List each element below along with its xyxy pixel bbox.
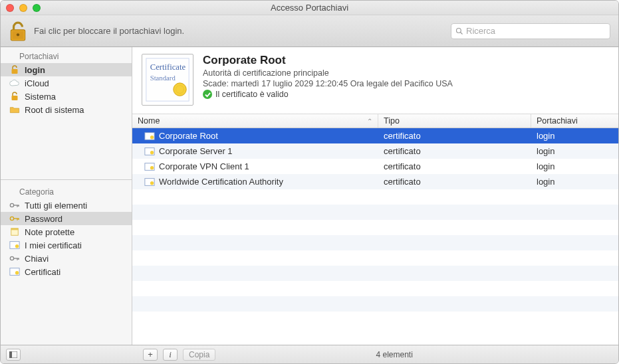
- table-body: Corporate RootcertificatologinCorporate …: [132, 128, 618, 345]
- items-table: Nome ⌃ Tipo Portachiavi Corporate Rootce…: [132, 114, 618, 345]
- window-title: Accesso Portachiavi: [1, 3, 618, 13]
- column-type[interactable]: Tipo: [378, 114, 531, 128]
- svg-point-19: [10, 256, 13, 260]
- keychain-item-login[interactable]: login: [1, 63, 132, 76]
- table-row[interactable]: Corporate Server 1certificatologin: [132, 143, 618, 159]
- cert-icon: [144, 132, 155, 141]
- svg-point-7: [10, 203, 13, 207]
- svg-rect-16: [11, 228, 19, 230]
- cloud-icon: [9, 78, 21, 88]
- svg-point-33: [150, 151, 154, 154]
- table-row-empty: [132, 235, 618, 250]
- certificate-thumbnail: Certificate Standard: [142, 54, 193, 106]
- certificate-detail: Certificate Standard Corporate Root Auto…: [132, 47, 618, 114]
- folder-icon: [9, 104, 21, 115]
- search-icon: [455, 27, 463, 35]
- cert-icon: [144, 177, 155, 187]
- table-row[interactable]: Worldwide Certification Authoritycertifi…: [132, 174, 618, 189]
- cell-keychain: login: [531, 146, 618, 156]
- svg-point-11: [10, 217, 13, 220]
- category-item-certificati[interactable]: Certificati: [1, 265, 132, 278]
- category-item-chiavi[interactable]: Chiavi: [1, 252, 132, 265]
- svg-point-24: [15, 271, 19, 274]
- table-row-empty: [132, 281, 618, 296]
- certificate-valid-status: Il certificato è valido: [203, 90, 453, 99]
- cert-icon: [144, 162, 155, 171]
- table-row[interactable]: Corporate VPN Client 1certificatologin: [132, 159, 618, 174]
- body: Portachiavi loginiCloudSistemaRoot di si…: [1, 47, 618, 345]
- add-item-button[interactable]: +: [143, 349, 158, 361]
- search-field[interactable]: [451, 23, 610, 39]
- certificate-expiry: Scade: martedì 17 luglio 2029 12:20:45 O…: [203, 79, 453, 88]
- keychain-item-sistema[interactable]: Sistema: [1, 90, 132, 103]
- category-item-tutti-gli-elementi[interactable]: Tutti gli elementi: [1, 199, 132, 212]
- cell-type: certificato: [378, 161, 531, 171]
- svg-rect-39: [9, 351, 12, 358]
- toggle-sidebar-button[interactable]: [6, 349, 21, 361]
- zoom-window-button[interactable]: [33, 4, 41, 12]
- category-section: Categoria Tutti gli elementiPasswordNote…: [1, 183, 132, 345]
- table-row[interactable]: Corporate Rootcertificatologin: [132, 128, 618, 143]
- svg-text:Certificate: Certificate: [150, 62, 186, 72]
- svg-point-2: [17, 33, 19, 36]
- key-icon: [9, 200, 21, 211]
- padlock-open-icon: [9, 91, 21, 102]
- padlock-open-icon: [9, 21, 27, 41]
- svg-point-28: [174, 83, 186, 96]
- toolbar-hint: Fai clic per bloccare il portachiavi log…: [34, 26, 184, 36]
- category-header: Categoria: [1, 185, 132, 199]
- sidebar-item-label: Tutti gli elementi: [25, 201, 87, 211]
- category-item-note-protette[interactable]: Note protette: [1, 225, 132, 238]
- svg-point-37: [150, 181, 154, 185]
- category-item-password[interactable]: Password: [1, 212, 132, 225]
- sidebar-item-label: Root di sistema: [25, 105, 84, 115]
- certificate-authority: Autorità di certificazione principale: [203, 68, 453, 78]
- certificate-title: Corporate Root: [203, 54, 453, 67]
- keychain-item-root-di-sistema[interactable]: Root di sistema: [1, 103, 132, 116]
- table-row-empty: [132, 296, 618, 312]
- svg-line-4: [461, 32, 463, 34]
- checkmark-icon: [203, 90, 212, 99]
- cert-icon: [144, 147, 155, 156]
- close-window-button[interactable]: [6, 4, 14, 12]
- cell-keychain: login: [531, 161, 618, 171]
- traffic-lights: [6, 4, 41, 12]
- svg-rect-5: [12, 69, 18, 74]
- column-keychain[interactable]: Portachiavi: [531, 114, 618, 128]
- sidebar-item-label: Password: [25, 214, 62, 224]
- info-button[interactable]: i: [163, 349, 178, 361]
- window: Accesso Portachiavi Fai clic per bloccar…: [0, 0, 619, 364]
- category-item-i-miei-certificati[interactable]: I miei certificati: [1, 238, 132, 252]
- sidebar-item-label: Note protette: [25, 227, 74, 237]
- copy-button[interactable]: Copia: [183, 349, 215, 361]
- keychains-header: Portachiavi: [1, 50, 132, 63]
- cell-name: Corporate Server 1: [132, 146, 378, 156]
- minimize-window-button[interactable]: [19, 4, 27, 12]
- table-row-empty: [132, 266, 618, 281]
- keychain-item-icloud[interactable]: iCloud: [1, 76, 132, 90]
- search-input[interactable]: [466, 26, 606, 36]
- certificate-detail-text: Corporate Root Autorità di certificazion…: [203, 54, 453, 106]
- keychains-section: Portachiavi loginiCloudSistemaRoot di si…: [1, 47, 132, 116]
- sidebar-item-label: iCloud: [25, 78, 49, 88]
- cell-type: certificato: [378, 146, 531, 156]
- table-row-empty: [132, 205, 618, 220]
- lock-keychain-button[interactable]: [9, 21, 27, 41]
- cell-type: certificato: [378, 177, 531, 187]
- cert-icon: [9, 266, 21, 277]
- cell-name: Corporate VPN Client 1: [132, 161, 378, 171]
- key-yellow-icon: [9, 213, 21, 224]
- svg-text:Standard: Standard: [150, 74, 176, 82]
- svg-point-3: [457, 28, 461, 33]
- sort-ascending-icon: ⌃: [367, 118, 372, 125]
- certificate-valid-text: Il certificato è valido: [215, 90, 289, 99]
- toolbar: Fai clic per bloccare il portachiavi log…: [1, 15, 618, 47]
- sidebar-item-label: Chiavi: [25, 254, 49, 264]
- footer: + i Copia 4 elementi: [1, 345, 618, 363]
- svg-point-18: [15, 244, 19, 248]
- cell-keychain: login: [531, 177, 618, 187]
- note-icon: [9, 227, 21, 237]
- column-name[interactable]: Nome ⌃: [132, 114, 378, 128]
- svg-rect-6: [12, 96, 18, 100]
- table-row-empty: [132, 220, 618, 235]
